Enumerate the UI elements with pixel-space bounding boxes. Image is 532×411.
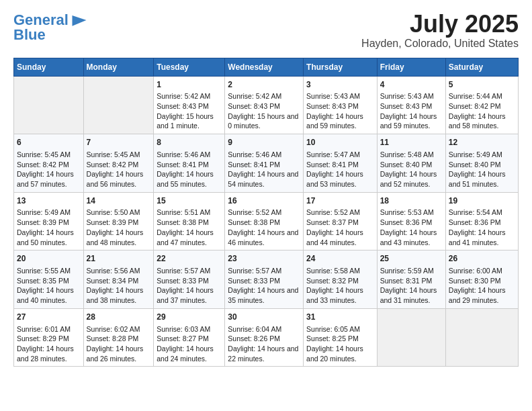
- day-number: 31: [306, 312, 374, 323]
- col-header-sunday: Sunday: [14, 58, 84, 76]
- day-number: 17: [306, 195, 374, 207]
- day-number: 2: [228, 79, 300, 91]
- day-cell: 8Sunrise: 5:46 AM Sunset: 8:41 PM Daylig…: [154, 134, 225, 193]
- day-info: Sunrise: 6:05 AM Sunset: 8:25 PM Dayligh…: [306, 324, 374, 364]
- day-info: Sunrise: 5:58 AM Sunset: 8:32 PM Dayligh…: [306, 266, 374, 306]
- day-info: Sunrise: 5:54 AM Sunset: 8:36 PM Dayligh…: [449, 208, 515, 247]
- svg-marker-0: [72, 15, 86, 26]
- day-cell: 19Sunrise: 5:54 AM Sunset: 8:36 PM Dayli…: [445, 192, 518, 250]
- week-row-2: 6Sunrise: 5:45 AM Sunset: 8:42 PM Daylig…: [14, 134, 519, 193]
- col-header-monday: Monday: [83, 58, 154, 76]
- day-number: 30: [228, 312, 300, 323]
- day-cell: 12Sunrise: 5:49 AM Sunset: 8:40 PM Dayli…: [445, 134, 518, 193]
- header-row: SundayMondayTuesdayWednesdayThursdayFrid…: [14, 58, 519, 76]
- day-cell: 17Sunrise: 5:52 AM Sunset: 8:37 PM Dayli…: [304, 192, 378, 250]
- day-cell: 7Sunrise: 5:45 AM Sunset: 8:42 PM Daylig…: [83, 134, 154, 193]
- day-cell: 5Sunrise: 5:44 AM Sunset: 8:42 PM Daylig…: [445, 76, 518, 134]
- day-info: Sunrise: 5:53 AM Sunset: 8:36 PM Dayligh…: [380, 208, 443, 247]
- day-number: 22: [157, 253, 222, 265]
- day-cell: 16Sunrise: 5:52 AM Sunset: 8:38 PM Dayli…: [225, 192, 304, 250]
- day-number: 13: [17, 195, 81, 207]
- day-info: Sunrise: 6:00 AM Sunset: 8:30 PM Dayligh…: [449, 266, 515, 306]
- day-number: 25: [380, 253, 443, 265]
- day-cell: 30Sunrise: 6:04 AM Sunset: 8:26 PM Dayli…: [225, 308, 304, 367]
- day-cell: 13Sunrise: 5:49 AM Sunset: 8:39 PM Dayli…: [14, 192, 84, 250]
- day-cell: 6Sunrise: 5:45 AM Sunset: 8:42 PM Daylig…: [14, 134, 84, 193]
- day-number: 14: [87, 195, 151, 207]
- day-cell: 28Sunrise: 6:02 AM Sunset: 8:28 PM Dayli…: [83, 308, 154, 367]
- day-number: 4: [380, 79, 443, 91]
- week-row-1: 1Sunrise: 5:42 AM Sunset: 8:43 PM Daylig…: [14, 76, 519, 134]
- calendar-table: SundayMondayTuesdayWednesdayThursdayFrid…: [13, 58, 519, 367]
- day-cell: 29Sunrise: 6:03 AM Sunset: 8:27 PM Dayli…: [154, 308, 225, 367]
- day-number: 19: [449, 195, 515, 207]
- title-block: July 2025 Hayden, Colorado, United State…: [361, 11, 519, 50]
- day-number: 11: [380, 137, 443, 148]
- day-info: Sunrise: 5:48 AM Sunset: 8:40 PM Dayligh…: [380, 150, 443, 189]
- day-number: 6: [17, 137, 81, 148]
- day-number: 7: [87, 137, 151, 148]
- day-info: Sunrise: 5:43 AM Sunset: 8:43 PM Dayligh…: [380, 91, 443, 131]
- day-cell: 25Sunrise: 5:59 AM Sunset: 8:31 PM Dayli…: [377, 250, 445, 309]
- day-cell: 18Sunrise: 5:53 AM Sunset: 8:36 PM Dayli…: [377, 192, 445, 250]
- day-number: 3: [306, 79, 374, 91]
- day-cell: 21Sunrise: 5:56 AM Sunset: 8:34 PM Dayli…: [83, 250, 154, 309]
- day-info: Sunrise: 5:45 AM Sunset: 8:42 PM Dayligh…: [87, 150, 151, 189]
- week-row-4: 20Sunrise: 5:55 AM Sunset: 8:35 PM Dayli…: [14, 250, 519, 309]
- day-info: Sunrise: 5:42 AM Sunset: 8:43 PM Dayligh…: [228, 91, 300, 131]
- day-number: 8: [157, 137, 222, 148]
- day-cell: 15Sunrise: 5:51 AM Sunset: 8:38 PM Dayli…: [154, 192, 225, 250]
- day-info: Sunrise: 6:04 AM Sunset: 8:26 PM Dayligh…: [228, 324, 300, 364]
- day-cell: 27Sunrise: 6:01 AM Sunset: 8:29 PM Dayli…: [14, 308, 84, 367]
- day-info: Sunrise: 6:02 AM Sunset: 8:28 PM Dayligh…: [87, 324, 151, 364]
- day-cell: 11Sunrise: 5:48 AM Sunset: 8:40 PM Dayli…: [377, 134, 445, 193]
- day-info: Sunrise: 5:46 AM Sunset: 8:41 PM Dayligh…: [157, 150, 222, 189]
- day-info: Sunrise: 6:01 AM Sunset: 8:29 PM Dayligh…: [17, 324, 81, 364]
- day-info: Sunrise: 5:55 AM Sunset: 8:35 PM Dayligh…: [17, 266, 81, 306]
- day-cell: 2Sunrise: 5:42 AM Sunset: 8:43 PM Daylig…: [225, 76, 304, 134]
- day-cell: 24Sunrise: 5:58 AM Sunset: 8:32 PM Dayli…: [304, 250, 378, 309]
- day-info: Sunrise: 5:57 AM Sunset: 8:33 PM Dayligh…: [228, 266, 300, 306]
- logo-icon: [70, 11, 89, 30]
- day-info: Sunrise: 5:49 AM Sunset: 8:39 PM Dayligh…: [17, 208, 81, 247]
- day-cell: [14, 76, 84, 134]
- day-number: 23: [228, 253, 300, 265]
- page: General Blue July 2025 Hayden, Colorado,…: [0, 0, 532, 411]
- day-info: Sunrise: 5:50 AM Sunset: 8:39 PM Dayligh…: [87, 208, 151, 247]
- day-number: 1: [157, 79, 222, 91]
- logo-subtext: Blue: [13, 27, 46, 43]
- day-cell: [445, 308, 518, 367]
- day-number: 10: [306, 137, 374, 148]
- col-header-thursday: Thursday: [304, 58, 378, 76]
- day-number: 21: [87, 253, 151, 265]
- day-cell: 14Sunrise: 5:50 AM Sunset: 8:39 PM Dayli…: [83, 192, 154, 250]
- day-cell: 20Sunrise: 5:55 AM Sunset: 8:35 PM Dayli…: [14, 250, 84, 309]
- day-number: 29: [157, 312, 222, 323]
- day-number: 27: [17, 312, 81, 323]
- header: General Blue July 2025 Hayden, Colorado,…: [13, 11, 519, 50]
- day-info: Sunrise: 5:52 AM Sunset: 8:37 PM Dayligh…: [306, 208, 374, 247]
- day-number: 26: [449, 253, 515, 265]
- col-header-saturday: Saturday: [445, 58, 518, 76]
- page-subtitle: Hayden, Colorado, United States: [361, 38, 519, 50]
- day-number: 16: [228, 195, 300, 207]
- col-header-wednesday: Wednesday: [225, 58, 304, 76]
- day-number: 28: [87, 312, 151, 323]
- day-info: Sunrise: 6:03 AM Sunset: 8:27 PM Dayligh…: [157, 324, 222, 364]
- day-cell: [377, 308, 445, 367]
- week-row-5: 27Sunrise: 6:01 AM Sunset: 8:29 PM Dayli…: [14, 308, 519, 367]
- day-info: Sunrise: 5:51 AM Sunset: 8:38 PM Dayligh…: [157, 208, 222, 247]
- day-cell: 22Sunrise: 5:57 AM Sunset: 8:33 PM Dayli…: [154, 250, 225, 309]
- day-cell: 4Sunrise: 5:43 AM Sunset: 8:43 PM Daylig…: [377, 76, 445, 134]
- day-cell: 31Sunrise: 6:05 AM Sunset: 8:25 PM Dayli…: [304, 308, 378, 367]
- day-info: Sunrise: 5:57 AM Sunset: 8:33 PM Dayligh…: [157, 266, 222, 306]
- week-row-3: 13Sunrise: 5:49 AM Sunset: 8:39 PM Dayli…: [14, 192, 519, 250]
- day-info: Sunrise: 5:49 AM Sunset: 8:40 PM Dayligh…: [449, 150, 515, 189]
- day-cell: 10Sunrise: 5:47 AM Sunset: 8:41 PM Dayli…: [304, 134, 378, 193]
- day-info: Sunrise: 5:52 AM Sunset: 8:38 PM Dayligh…: [228, 208, 300, 247]
- day-info: Sunrise: 5:59 AM Sunset: 8:31 PM Dayligh…: [380, 266, 443, 306]
- day-info: Sunrise: 5:42 AM Sunset: 8:43 PM Dayligh…: [157, 91, 222, 131]
- day-number: 15: [157, 195, 222, 207]
- day-cell: 1Sunrise: 5:42 AM Sunset: 8:43 PM Daylig…: [154, 76, 225, 134]
- day-info: Sunrise: 5:44 AM Sunset: 8:42 PM Dayligh…: [449, 91, 515, 131]
